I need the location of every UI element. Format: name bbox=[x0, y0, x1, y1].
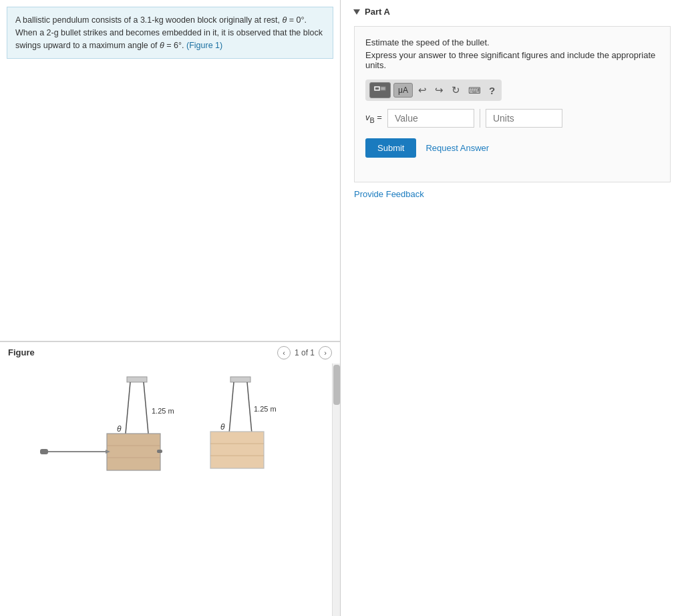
answer-input-row: vB = bbox=[365, 109, 659, 128]
instruction1: Estimate the speed of the bullet. bbox=[365, 37, 659, 47]
next-figure-button[interactable]: › bbox=[319, 346, 332, 359]
value-input[interactable] bbox=[387, 109, 474, 128]
action-row: Submit Request Answer bbox=[365, 138, 659, 158]
svg-rect-20 bbox=[375, 87, 379, 90]
right-panel: Part A Estimate the speed of the bullet.… bbox=[341, 0, 684, 616]
answer-label: vB = bbox=[365, 112, 382, 124]
figure-nav: ‹ 1 of 1 › bbox=[277, 346, 332, 359]
scrollbar-thumb bbox=[333, 365, 340, 405]
svg-rect-21 bbox=[381, 87, 385, 90]
input-divider bbox=[480, 109, 480, 128]
svg-rect-18 bbox=[40, 449, 48, 454]
svg-line-1 bbox=[126, 382, 130, 434]
refresh-button[interactable]: ↻ bbox=[449, 83, 463, 98]
svg-text:1.25 m: 1.25 m bbox=[254, 405, 277, 413]
mu-a-button[interactable]: μA bbox=[393, 83, 413, 98]
help-button[interactable]: ? bbox=[486, 84, 498, 98]
units-input[interactable] bbox=[486, 109, 562, 128]
figure-canvas: θ 1.25 m θ 1.25 m bbox=[0, 363, 340, 616]
svg-line-9 bbox=[229, 382, 234, 434]
problem-text-body: A ballistic pendulum consists of a 3.1-k… bbox=[15, 15, 323, 50]
svg-text:θ: θ bbox=[117, 424, 122, 434]
figure-link[interactable]: (Figure 1) bbox=[186, 41, 222, 50]
svg-line-2 bbox=[144, 382, 148, 434]
svg-rect-3 bbox=[107, 434, 160, 470]
left-panel: A ballistic pendulum consists of a 3.1-k… bbox=[0, 0, 341, 616]
figure-scrollbar[interactable] bbox=[332, 363, 340, 616]
part-label: Part A bbox=[365, 7, 390, 17]
keyboard-button[interactable]: ⌨ bbox=[466, 84, 484, 97]
figure-header: Figure ‹ 1 of 1 › bbox=[0, 341, 340, 363]
part-header: Part A bbox=[354, 7, 671, 17]
provide-feedback-link[interactable]: Provide Feedback bbox=[354, 189, 671, 199]
submit-button[interactable]: Submit bbox=[365, 138, 416, 158]
figure-page-indicator: 1 of 1 bbox=[295, 348, 315, 357]
figure-title: Figure bbox=[8, 347, 35, 357]
undo-button[interactable]: ↩ bbox=[415, 83, 430, 98]
problem-statement: A ballistic pendulum consists of a 3.1-k… bbox=[7, 7, 333, 59]
collapse-icon[interactable] bbox=[353, 9, 360, 15]
fraction-button[interactable] bbox=[369, 82, 391, 98]
svg-text:θ: θ bbox=[220, 422, 225, 432]
fraction-icon bbox=[374, 85, 386, 96]
svg-rect-11 bbox=[210, 432, 264, 468]
figure-area: Figure ‹ 1 of 1 › θ bbox=[0, 341, 340, 616]
svg-rect-19 bbox=[157, 450, 162, 453]
svg-line-10 bbox=[247, 382, 252, 434]
answer-toolbar: μA ↩ ↪ ↻ ⌨ ? bbox=[365, 80, 502, 101]
instruction2: Express your answer to three significant… bbox=[365, 50, 659, 70]
svg-rect-8 bbox=[230, 377, 250, 382]
redo-button[interactable]: ↪ bbox=[432, 83, 446, 98]
part-section: Estimate the speed of the bullet. Expres… bbox=[354, 26, 671, 182]
request-answer-link[interactable]: Request Answer bbox=[425, 143, 489, 153]
prev-figure-button[interactable]: ‹ bbox=[277, 346, 291, 359]
mu-a-label: μA bbox=[398, 86, 408, 95]
pendulum-illustration: θ 1.25 m θ 1.25 m bbox=[33, 370, 340, 524]
svg-text:1.25 m: 1.25 m bbox=[152, 407, 174, 415]
svg-rect-0 bbox=[127, 377, 147, 382]
